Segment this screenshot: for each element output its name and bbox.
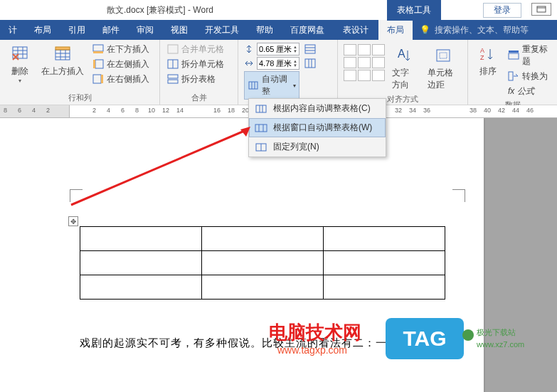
tab-layout[interactable]: 布局: [26, 20, 60, 40]
repeat-header-button[interactable]: 重复标题: [506, 43, 551, 68]
delete-icon: [9, 44, 31, 64]
tab-devtools[interactable]: 开发工具: [196, 20, 248, 40]
group-merge: 合并单元格 拆分单元格 拆分表格 合并: [160, 40, 238, 105]
col-width-value: 4.78 厘米: [259, 58, 292, 69]
svg-rect-16: [93, 51, 103, 53]
align-mc[interactable]: [358, 57, 371, 68]
insert-below-button[interactable]: 在下方插入: [91, 43, 151, 56]
group-rows-cols: 删除 ▾ 在上方插入 在下方插入 在左侧插入: [0, 40, 160, 105]
align-tc[interactable]: [358, 44, 371, 55]
ribbon-display-options[interactable]: [531, 3, 551, 16]
autofit-button[interactable]: 自动调整 ▾: [244, 71, 299, 100]
svg-rect-24: [168, 75, 178, 78]
svg-rect-50: [255, 125, 267, 132]
fixed-width-icon: [255, 142, 267, 153]
autofit-contents-item[interactable]: 根据内容自动调整表格(C): [249, 99, 386, 118]
align-tr[interactable]: [372, 44, 385, 55]
row-height-input[interactable]: 0.65 厘米 ▲▼: [257, 43, 299, 55]
table-cell[interactable]: [80, 275, 202, 300]
convert-button[interactable]: 转换为: [506, 70, 551, 83]
merge-cells-button[interactable]: 合并单元格: [166, 43, 232, 56]
insert-above-label: 在上方插入: [41, 65, 84, 78]
tab-mail[interactable]: 邮件: [94, 20, 128, 40]
fixed-width-item[interactable]: 固定列宽(N): [249, 137, 386, 157]
tab-baidu[interactable]: 百度网盘: [282, 20, 333, 40]
repeat-header-icon: [508, 50, 519, 61]
spinner-icon[interactable]: ▲▼: [293, 45, 297, 53]
distribute-cols-button[interactable]: [302, 57, 318, 70]
lightbulb-icon: 💡: [420, 25, 430, 35]
align-mr[interactable]: [372, 57, 385, 68]
chevron-down-icon: ▾: [293, 83, 296, 89]
insert-right-icon: [92, 74, 104, 85]
document-table[interactable]: [80, 226, 445, 300]
table-cell[interactable]: [80, 227, 202, 251]
split-cells-button[interactable]: 拆分单元格: [166, 58, 232, 71]
svg-rect-39: [437, 50, 450, 61]
tab-references[interactable]: 引用: [60, 20, 94, 40]
svg-rect-44: [509, 51, 519, 53]
svg-rect-17: [95, 60, 103, 68]
col-width-icon: [244, 58, 254, 68]
autofit-dropdown: 根据内容自动调整表格(C) 根据窗口自动调整表格(W) 固定列宽(N): [248, 98, 386, 157]
watermark-jiguang: 极光下载站: [477, 327, 516, 338]
align-br[interactable]: [372, 70, 385, 81]
formula-button[interactable]: fx 公式: [506, 85, 551, 98]
align-bc[interactable]: [358, 70, 371, 81]
align-ml[interactable]: [344, 57, 356, 68]
cell-margins-label: 单元格边距: [428, 67, 459, 91]
split-table-label: 拆分表格: [181, 73, 216, 85]
align-bl[interactable]: [344, 70, 356, 81]
svg-rect-9: [55, 50, 70, 60]
autofit-window-item[interactable]: 根据窗口自动调整表格(W): [249, 118, 386, 137]
tell-me-search[interactable]: 搜索操作、文本、帮助等: [435, 24, 529, 36]
merge-cells-label: 合并单元格: [181, 43, 224, 55]
tab-table-layout[interactable]: 布局: [378, 20, 413, 40]
table-cell[interactable]: [324, 251, 445, 275]
autofit-label: 自动调整: [262, 73, 289, 97]
distribute-rows-button[interactable]: [302, 43, 318, 55]
watermark-main: 电脑技术网: [269, 320, 361, 345]
insert-above-button[interactable]: 在上方插入: [38, 43, 87, 86]
alignment-grid[interactable]: [344, 44, 385, 92]
tab-view[interactable]: 视图: [162, 20, 196, 40]
tab-review[interactable]: 审阅: [128, 20, 162, 40]
table-cell[interactable]: [202, 227, 324, 251]
text-direction-button[interactable]: A 文字方向: [389, 44, 420, 92]
sort-button[interactable]: AZ 排序: [474, 43, 502, 98]
table-move-handle[interactable]: ✥: [68, 216, 78, 226]
split-table-button[interactable]: 拆分表格: [166, 73, 232, 86]
align-tl[interactable]: [344, 44, 356, 55]
autofit-contents-icon: [255, 103, 267, 115]
table-cell[interactable]: [202, 275, 324, 300]
table-cell[interactable]: [202, 251, 324, 275]
chevron-down-icon: ▾: [18, 78, 21, 84]
col-width-input[interactable]: 4.78 厘米 ▲▼: [257, 57, 299, 70]
tab-design[interactable]: 计: [0, 20, 26, 40]
table-cell[interactable]: [324, 275, 445, 300]
split-cells-label: 拆分单元格: [181, 58, 224, 70]
delete-button[interactable]: 删除 ▾: [6, 43, 34, 86]
table-cell[interactable]: [80, 251, 202, 275]
table-row: [80, 275, 445, 300]
watermark-tag: TAG: [386, 318, 464, 359]
login-button[interactable]: 登录: [483, 3, 521, 18]
tab-help[interactable]: 帮助: [248, 20, 282, 40]
svg-rect-40: [440, 53, 447, 58]
cell-margins-button[interactable]: 单元格边距: [425, 44, 462, 92]
svg-rect-27: [305, 45, 315, 53]
insert-right-button[interactable]: 在右侧插入: [91, 73, 151, 86]
insert-left-button[interactable]: 在左侧插入: [91, 58, 151, 71]
table-row: [80, 251, 445, 275]
autofit-icon: [248, 80, 259, 90]
svg-rect-18: [93, 60, 95, 68]
svg-rect-34: [249, 82, 258, 89]
table-cell[interactable]: [324, 227, 445, 251]
tab-table-design[interactable]: 表设计: [333, 20, 378, 40]
split-cells-icon: [167, 59, 179, 70]
spinner-icon[interactable]: ▲▼: [293, 59, 297, 68]
svg-rect-10: [55, 47, 70, 50]
fixed-width-label: 固定列宽(N): [273, 141, 319, 153]
svg-text:A: A: [398, 48, 405, 60]
insert-right-label: 在右侧插入: [107, 73, 149, 85]
